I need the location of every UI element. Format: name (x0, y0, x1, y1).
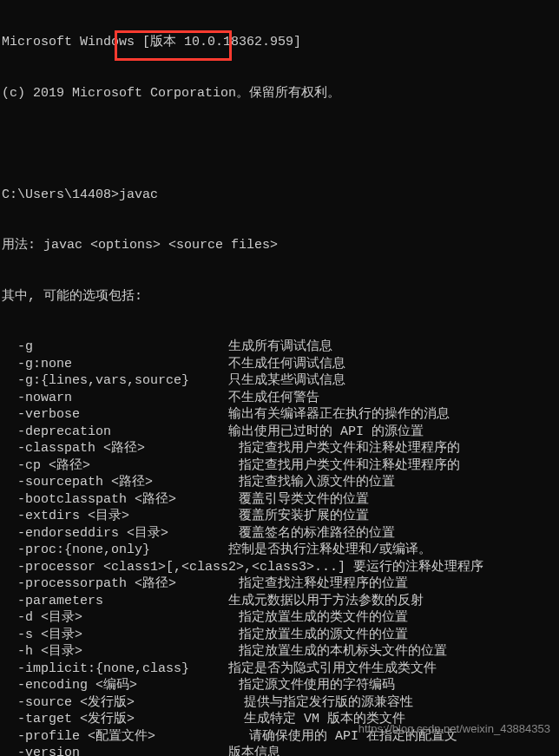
option-description: 指定查找输入源文件的位置 (239, 475, 395, 490)
option-flag: -g (2, 339, 228, 354)
option-description: 要运行的注释处理程序 (353, 560, 483, 575)
prompt-path: C:\Users\14408> (2, 187, 119, 202)
option-description: 指定是否为隐式引用文件生成类文件 (228, 661, 437, 676)
option-flag: -target <发行版> (2, 712, 244, 726)
option-row: -sourcepath <路径> 指定查找输入源文件的位置 (2, 474, 557, 491)
option-flag: -s <目录> (2, 628, 239, 642)
option-description: 覆盖所安装扩展的位置 (239, 509, 369, 523)
option-description: 输出使用已过时的 API 的源位置 (228, 424, 424, 439)
option-flag: -endorseddirs <目录> (2, 526, 239, 541)
copyright-line: (c) 2019 Microsoft Corporation。保留所有权利。 (2, 85, 557, 102)
blank-line (2, 135, 557, 153)
option-description: 不生成任何调试信息 (228, 357, 345, 371)
option-row: -cp <路径> 指定查找用户类文件和注释处理程序的 (2, 457, 557, 475)
option-flag: -source <发行版> (2, 695, 244, 710)
option-description: 指定查找注释处理程序的位置 (239, 576, 408, 591)
option-row: -g:none 不生成任何调试信息 (2, 356, 557, 373)
option-flag: -deprecation (2, 424, 228, 439)
option-flag: -version (2, 746, 228, 756)
option-row: -deprecation 输出使用已过时的 API 的源位置 (2, 424, 557, 441)
option-flag: -g:{lines,vars,source} (2, 373, 228, 388)
option-flag: -bootclasspath <路径> (2, 492, 239, 507)
option-flag: -encoding <编码> (2, 678, 239, 693)
terminal-window[interactable]: Microsoft Windows [版本 10.0.18362.959] (c… (0, 0, 559, 756)
option-description: 生成元数据以用于方法参数的反射 (228, 594, 424, 608)
option-flag: -cp <路径> (2, 458, 239, 473)
usage-line: 用法: javac <options> <source files> (2, 237, 557, 254)
option-row: -encoding <编码> 指定源文件使用的字符编码 (2, 677, 557, 694)
option-row: -g:{lines,vars,source} 只生成某些调试信息 (2, 372, 557, 390)
option-description: 指定源文件使用的字符编码 (239, 678, 395, 693)
option-row: -extdirs <目录> 覆盖所安装扩展的位置 (2, 508, 557, 525)
option-description: 不生成任何警告 (228, 391, 319, 405)
watermark-text: https://blog.csdn.net/weixin_43884353 (358, 722, 550, 737)
option-row: -processor <class1>[,<class2>,<class3>..… (2, 559, 557, 576)
option-flag: -processor <class1>[,<class2>,<class3>..… (2, 560, 353, 575)
option-description: 提供与指定发行版的源兼容性 (244, 695, 413, 710)
option-flag: -implicit:{none,class} (2, 661, 228, 676)
option-row: -nowarn 不生成任何警告 (2, 390, 557, 407)
option-flag: -extdirs <目录> (2, 509, 239, 523)
options-intro-line: 其中, 可能的选项包括: (2, 288, 557, 306)
option-row: -classpath <路径> 指定查找用户类文件和注释处理程序的 (2, 440, 557, 457)
option-description: 覆盖引导类文件的位置 (239, 492, 369, 507)
option-row: -processorpath <路径> 指定查找注释处理程序的位置 (2, 575, 557, 593)
option-description: 版本信息 (228, 746, 280, 756)
option-row: -implicit:{none,class} 指定是否为隐式引用文件生成类文件 (2, 661, 557, 678)
option-description: 指定查找用户类文件和注释处理程序的 (239, 458, 460, 473)
option-description: 生成所有调试信息 (228, 339, 332, 354)
option-row: -version 版本信息 (2, 745, 557, 756)
option-description: 只生成某些调试信息 (228, 373, 345, 388)
option-flag: -profile <配置文件> (2, 729, 249, 744)
option-row: -s <目录> 指定放置生成的源文件的位置 (2, 627, 557, 644)
option-row: -d <目录> 指定放置生成的类文件的位置 (2, 609, 557, 627)
option-flag: -parameters (2, 594, 228, 608)
option-row: -verbose 输出有关编译器正在执行的操作的消息 (2, 406, 557, 424)
option-flag: -nowarn (2, 391, 228, 405)
option-row: -proc:{none,only} 控制是否执行注释处理和/或编译。 (2, 542, 557, 559)
option-row: -g 生成所有调试信息 (2, 339, 557, 356)
option-description: 指定放置生成的本机标头文件的位置 (239, 644, 447, 659)
option-row: -endorseddirs <目录> 覆盖签名的标准路径的位置 (2, 525, 557, 542)
option-row: -parameters 生成元数据以用于方法参数的反射 (2, 593, 557, 610)
option-flag: -g:none (2, 357, 228, 371)
option-flag: -d <目录> (2, 610, 239, 625)
option-flag: -h <目录> (2, 644, 239, 659)
option-description: 指定查找用户类文件和注释处理程序的 (239, 441, 460, 456)
windows-version-line: Microsoft Windows [版本 10.0.18362.959] (2, 34, 557, 51)
option-flag: -sourcepath <路径> (2, 475, 239, 490)
option-description: 指定放置生成的类文件的位置 (239, 610, 408, 625)
option-row: -h <目录> 指定放置生成的本机标头文件的位置 (2, 643, 557, 661)
typed-command: javac (119, 187, 158, 202)
command-prompt-line: C:\Users\14408>javac (2, 187, 557, 204)
option-description: 控制是否执行注释处理和/或编译。 (228, 542, 431, 557)
option-row: -bootclasspath <路径> 覆盖引导类文件的位置 (2, 491, 557, 509)
option-flag: -proc:{none,only} (2, 542, 228, 557)
options-list: -g 生成所有调试信息 -g:none 不生成任何调试信息 -g:{lines,… (2, 339, 557, 756)
option-description: 指定放置生成的源文件的位置 (239, 628, 408, 642)
option-flag: -verbose (2, 407, 228, 422)
option-row: -source <发行版> 提供与指定发行版的源兼容性 (2, 694, 557, 712)
option-description: 覆盖签名的标准路径的位置 (239, 526, 395, 541)
option-description: 输出有关编译器正在执行的操作的消息 (228, 407, 450, 422)
option-flag: -processorpath <路径> (2, 576, 239, 591)
option-flag: -classpath <路径> (2, 441, 239, 456)
